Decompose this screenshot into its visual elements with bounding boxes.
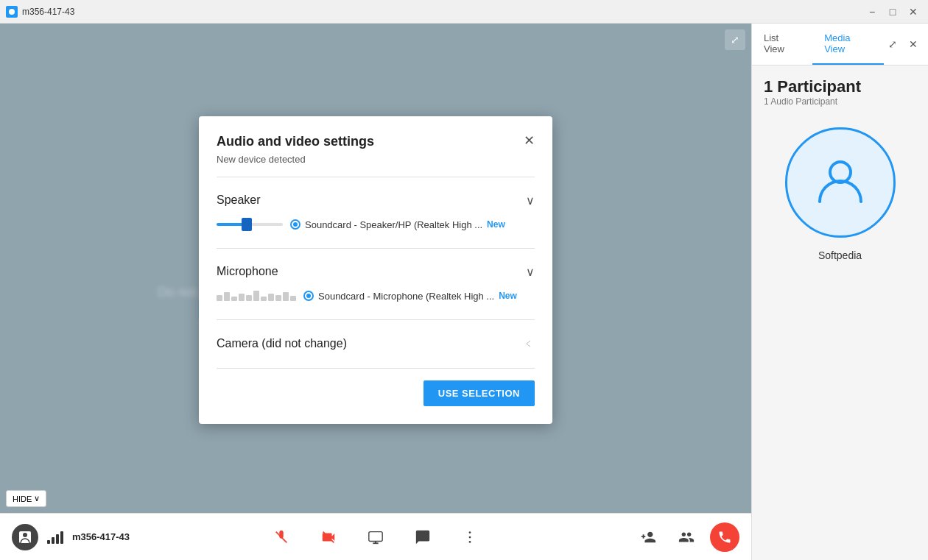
panel-close-button[interactable]: ✕ <box>904 35 922 53</box>
hide-chevron-icon: ∨ <box>34 494 40 503</box>
speaker-radio-option: Soundcard - Speaker/HP (Realtek High ...… <box>290 219 505 230</box>
signal-bars <box>47 531 63 544</box>
volume-fill <box>217 223 243 226</box>
video-button[interactable] <box>314 522 343 552</box>
bottom-right-controls <box>592 522 739 552</box>
app-icon <box>6 6 18 18</box>
dialog-header: Audio and video settings ✕ <box>217 134 535 149</box>
panel-tabs: List View Media View ⤢ ✕ <box>752 24 928 65</box>
title-bar-title: m356-417-43 <box>22 7 74 17</box>
bottom-center-controls <box>159 522 592 552</box>
svg-point-10 <box>469 541 471 543</box>
panel-body: 1 Participant 1 Audio Participant Softpe… <box>752 65 928 560</box>
mic-radio-button[interactable] <box>303 291 314 301</box>
mic-new-badge: New <box>499 291 517 301</box>
svg-point-0 <box>9 9 15 15</box>
speaker-section-header[interactable]: Speaker ∨ <box>217 186 535 215</box>
mic-bar-1 <box>217 295 222 301</box>
speaker-section-content: Soundcard - Speaker/HP (Realtek High ...… <box>217 215 535 239</box>
speaker-volume-slider[interactable] <box>217 223 283 226</box>
chat-button[interactable] <box>408 522 437 552</box>
use-selection-button[interactable]: USE SELECTION <box>423 380 535 406</box>
speaker-device-name: Soundcard - Speaker/HP (Realtek High ... <box>305 219 482 230</box>
add-participant-button[interactable] <box>633 522 663 552</box>
participant-avatar-icon <box>811 152 870 213</box>
hide-label: HIDE <box>13 495 32 503</box>
volume-thumb <box>242 218 252 231</box>
content-area: ⤢ Do not use this content SHA... Audio a… <box>0 24 751 560</box>
participant-count-section: 1 Participant 1 Audio Participant <box>764 77 916 107</box>
participant-count-sub: 1 Audio Participant <box>764 96 916 107</box>
svg-point-2 <box>23 533 27 537</box>
divider-1 <box>217 177 535 177</box>
camera-chevron-icon: ﹤ <box>523 336 535 352</box>
minimize-button[interactable]: − <box>863 4 881 19</box>
mic-bar-6 <box>253 291 259 301</box>
title-bar-controls: − □ ✕ <box>863 4 922 19</box>
signal-bar-2 <box>52 537 55 544</box>
hide-button[interactable]: HIDE ∨ <box>6 490 46 507</box>
svg-point-9 <box>469 536 471 538</box>
dialog-title: Audio and video settings <box>217 134 374 149</box>
audio-video-settings-dialog: Audio and video settings ✕ New device de… <box>199 116 552 424</box>
speaker-chevron-icon: ∨ <box>526 194 535 208</box>
signal-bar-3 <box>56 534 59 544</box>
end-call-button[interactable] <box>710 522 739 552</box>
dialog-footer: USE SELECTION <box>217 380 535 406</box>
more-button[interactable] <box>455 522 485 552</box>
maximize-button[interactable]: □ <box>884 4 901 19</box>
mic-bar-11 <box>290 296 296 301</box>
microphone-section-content: Soundcard - Microphone (Realtek High ...… <box>217 286 535 311</box>
pop-out-button[interactable]: ⤢ <box>884 35 901 53</box>
mic-bar-8 <box>268 294 274 301</box>
microphone-chevron-icon: ∨ <box>526 265 535 279</box>
mute-button[interactable] <box>267 522 296 552</box>
svg-point-8 <box>469 531 471 534</box>
right-panel: List View Media View ⤢ ✕ 1 Participant 1… <box>751 24 928 560</box>
dialog-close-button[interactable]: ✕ <box>524 134 535 147</box>
bottom-left: m356-417-43 <box>12 524 159 550</box>
title-bar: m356-417-43 − □ ✕ <box>0 0 928 24</box>
mic-bar-9 <box>275 295 281 301</box>
close-button[interactable]: ✕ <box>904 4 922 19</box>
microphone-label: Microphone <box>217 265 278 278</box>
microphone-section-header[interactable]: Microphone ∨ <box>217 258 535 286</box>
mic-radio-option: Soundcard - Microphone (Realtek High ...… <box>303 291 517 302</box>
divider-4 <box>217 368 535 369</box>
screen-share-button[interactable] <box>361 522 390 552</box>
camera-label: Camera (did not change) <box>217 337 347 350</box>
dialog-overlay: Audio and video settings ✕ New device de… <box>0 24 751 560</box>
signal-bar-4 <box>60 531 63 544</box>
participant-name: Softpedia <box>818 249 862 261</box>
expand-button[interactable]: ⤢ <box>725 29 745 50</box>
mic-level-bars <box>217 291 296 301</box>
mic-bar-7 <box>261 297 267 301</box>
participant-avatar-circle <box>785 127 896 238</box>
camera-section-header[interactable]: Camera (did not change) ﹤ <box>217 329 535 359</box>
speaker-label: Speaker <box>217 194 261 207</box>
signal-bar-1 <box>47 540 50 544</box>
tab-list-view[interactable]: List View <box>752 24 812 65</box>
title-bar-left: m356-417-43 <box>6 6 74 18</box>
mic-bar-2 <box>224 292 230 301</box>
svg-rect-5 <box>369 531 382 541</box>
tab-media-view[interactable]: Media View <box>812 24 884 65</box>
mic-device-name: Soundcard - Microphone (Realtek High ... <box>318 291 494 302</box>
participant-count-number: 1 Participant <box>764 77 916 96</box>
bottom-bar: m356-417-43 <box>0 513 751 560</box>
divider-3 <box>217 319 535 320</box>
dialog-subtitle: New device detected <box>217 154 535 165</box>
user-avatar <box>12 524 38 550</box>
mic-bar-5 <box>246 295 252 301</box>
divider-2 <box>217 248 535 249</box>
panel-tab-icons: ⤢ ✕ <box>884 35 928 53</box>
svg-point-11 <box>830 162 851 182</box>
speaker-radio-button[interactable] <box>290 219 300 230</box>
mic-bar-4 <box>239 294 245 301</box>
participants-button[interactable] <box>672 522 701 552</box>
main-layout: ⤢ Do not use this content SHA... Audio a… <box>0 24 928 560</box>
mic-bar-10 <box>283 292 289 301</box>
meeting-id: m356-417-43 <box>72 531 130 542</box>
mic-bar-3 <box>231 297 237 301</box>
speaker-new-badge: New <box>487 219 505 230</box>
